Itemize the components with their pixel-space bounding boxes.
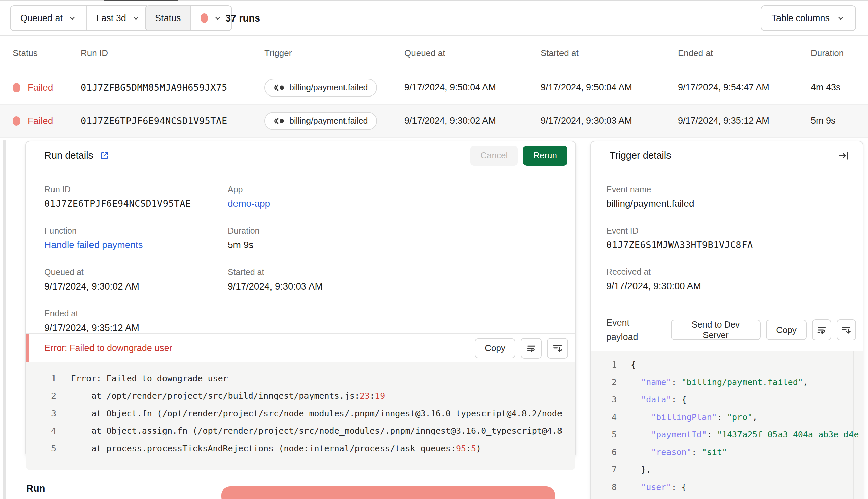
code-text: at /opt/render/project/src/build/inngest… xyxy=(71,387,385,405)
field-value: 01J7ZE6S1MJWA33HT9B1VJC8FA xyxy=(606,240,853,250)
word-wrap-icon xyxy=(526,343,537,354)
field-label: Event name xyxy=(606,185,853,194)
field-label: Queued at xyxy=(45,267,228,277)
date-range-filter-button[interactable]: Last 3d xyxy=(86,6,150,30)
duration-cell: 5m 9s xyxy=(811,116,868,126)
line-number: 4 xyxy=(591,409,617,426)
trigger-badge-label: billing/payment.failed xyxy=(289,83,368,93)
vertical-scrollbar[interactable] xyxy=(3,140,7,499)
status-filter-label-segment: Status xyxy=(146,6,190,30)
code-text: }, xyxy=(631,461,651,478)
copy-error-button[interactable]: Copy xyxy=(475,338,515,358)
queued-at-cell: 9/17/2024, 9:50:04 AM xyxy=(405,82,541,93)
field-label: Received at xyxy=(606,267,853,277)
run-id-cell: 01J7ZFBG5DMM85MJA9H659JX75 xyxy=(81,82,264,93)
code-line: 9 "id": "17ca4ff6-45ea-4149-9b48-6fa935b… xyxy=(591,496,863,499)
chevron-down-icon xyxy=(213,14,222,23)
field-label: Ended at xyxy=(45,309,228,318)
time-filter-group: Queued at Last 3d xyxy=(10,5,150,31)
status-filter-group: Status xyxy=(145,5,232,31)
send-to-dev-server-button[interactable]: Send to Dev Server xyxy=(671,320,761,340)
collapse-panel-icon xyxy=(839,150,850,161)
field-value: 5m 9s xyxy=(228,240,565,251)
run-details-title: Run details xyxy=(45,150,93,161)
run-id-cell: 01J7ZE6TPJF6E94NCSD1V95TAE xyxy=(81,116,264,126)
chevron-down-icon xyxy=(132,14,140,23)
code-line: 2 at /opt/render/project/src/build/innge… xyxy=(26,387,575,405)
status-dot-icon xyxy=(13,83,20,93)
field-value-link[interactable]: demo-app xyxy=(228,198,565,209)
column-header-duration[interactable]: Duration xyxy=(811,48,868,59)
external-link-icon[interactable] xyxy=(99,151,109,161)
word-wrap-icon xyxy=(816,325,827,335)
code-line: 4 at Object.assign.fn (/opt/render/proje… xyxy=(26,422,575,440)
collapse-panel-button[interactable] xyxy=(834,145,855,166)
column-header-ended-at[interactable]: Ended at xyxy=(678,48,811,59)
cancel-button[interactable]: Cancel xyxy=(470,146,518,166)
chevron-down-icon xyxy=(68,14,77,23)
status-filter-label: Status xyxy=(155,13,181,24)
detail-field: Duration5m 9s xyxy=(228,226,565,251)
expand-payload-button[interactable] xyxy=(837,319,856,340)
table-row[interactable]: Failed01J7ZFBG5DMM85MJA9H659JX75billing/… xyxy=(0,71,868,105)
code-line: 1Error: Failed to downgrade user xyxy=(26,370,575,387)
table-row[interactable]: Failed01J7ZE6TPJF6E94NCSD1V95TAEbilling/… xyxy=(0,105,868,138)
code-text: at Object.assign.fn (/opt/render/project… xyxy=(71,422,562,440)
status-dot-icon xyxy=(201,13,208,23)
field-value: 9/17/2024, 9:30:02 AM xyxy=(45,281,228,292)
run-waterfall-bar[interactable] xyxy=(221,486,555,499)
code-text: { xyxy=(631,356,636,374)
detail-field: Ended at9/17/2024, 9:35:12 AM xyxy=(45,309,228,333)
run-details-panel: Run details Cancel Rerun Run ID01J7ZE6TP… xyxy=(25,141,576,457)
run-waterfall-label: Run xyxy=(26,483,45,494)
run-details-header: Run details Cancel Rerun xyxy=(26,141,575,170)
code-line: 3 "data": { xyxy=(591,391,863,409)
code-text: "billingPlan": "pro", xyxy=(631,409,757,426)
queued-at-filter-label: Queued at xyxy=(20,13,63,24)
field-label: App xyxy=(228,185,565,194)
line-number: 7 xyxy=(591,461,617,478)
run-status-cell: Failed xyxy=(13,82,81,93)
word-wrap-button[interactable] xyxy=(812,319,831,340)
code-line: 4 "billingPlan": "pro", xyxy=(591,409,863,426)
table-columns-button[interactable]: Table columns xyxy=(761,5,856,31)
field-label: Event ID xyxy=(606,226,853,236)
field-value: 9/17/2024, 9:30:03 AM xyxy=(228,281,565,292)
date-range-filter-label: Last 3d xyxy=(96,13,126,24)
code-text: at process.processTicksAndRejections (no… xyxy=(71,440,481,457)
expand-output-button[interactable] xyxy=(547,338,568,359)
column-header-status[interactable]: Status xyxy=(13,48,81,59)
code-line: 5 "paymentId": "1437a25f-05a3-404a-ab3e-… xyxy=(591,426,863,443)
event-payload-json: 1{2 "name": "billing/payment.failed",3 "… xyxy=(591,351,863,499)
queued-at-filter-button[interactable]: Queued at xyxy=(11,6,86,30)
line-number: 2 xyxy=(591,374,617,391)
ended-at-cell: 9/17/2024, 9:35:12 AM xyxy=(678,116,811,126)
line-number: 2 xyxy=(26,387,56,405)
field-value: 9/17/2024, 9:35:12 AM xyxy=(45,322,228,333)
detail-field: Event namebilling/payment.failed xyxy=(606,185,853,209)
filter-toolbar: Queued at Last 3d Status 37 runs Table c… xyxy=(0,1,868,36)
run-status-label: Failed xyxy=(27,116,53,126)
column-header-queued-at[interactable]: Queued at xyxy=(405,48,541,59)
trigger-details-panel: Trigger details Event namebilling/paymen… xyxy=(590,141,863,499)
code-text: "user": { xyxy=(631,478,687,496)
word-wrap-button[interactable] xyxy=(521,338,542,359)
code-line: 2 "name": "billing/payment.failed", xyxy=(591,374,863,391)
code-line: 3 at Object.fn (/opt/render/project/src/… xyxy=(26,405,575,422)
code-line: 7 }, xyxy=(591,461,863,478)
rerun-button[interactable]: Rerun xyxy=(523,146,567,166)
code-text: "paymentId": "1437a25f-05a3-404a-ab3e-d4… xyxy=(631,426,859,443)
line-number: 5 xyxy=(591,426,617,443)
copy-payload-button[interactable]: Copy xyxy=(766,320,807,340)
column-header-trigger[interactable]: Trigger xyxy=(264,48,405,59)
error-stack-trace: 1Error: Failed to downgrade user2 at /op… xyxy=(26,363,575,470)
trigger-badge: billing/payment.failed xyxy=(264,79,377,97)
runs-table: Failed01J7ZFBG5DMM85MJA9H659JX75billing/… xyxy=(0,71,868,138)
field-value: 9/17/2024, 9:30:00 AM xyxy=(606,281,853,292)
detail-field: Received at9/17/2024, 9:30:00 AM xyxy=(606,267,853,292)
column-header-started-at[interactable]: Started at xyxy=(541,48,678,59)
run-status-cell: Failed xyxy=(13,116,81,126)
column-header-run-id[interactable]: Run ID xyxy=(81,48,264,59)
field-label: Function xyxy=(45,226,228,236)
field-value-link[interactable]: Handle failed payments xyxy=(45,240,228,251)
